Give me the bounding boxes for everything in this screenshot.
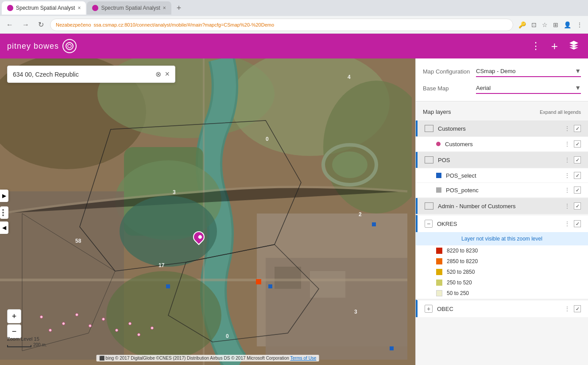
pos-dot-3 [372, 222, 376, 226]
okres-checkbox[interactable] [574, 220, 581, 227]
legend-label-5: 50 to 250 [447, 290, 469, 296]
pos-potenc-checkbox[interactable] [574, 186, 581, 194]
pos-dot-1 [166, 284, 170, 288]
add-button[interactable]: + [549, 38, 560, 55]
map-attribution: ⬛ bing © 2017 DigitalGlobe ©CNES (2017) … [97, 355, 319, 361]
dots-menu-button[interactable]: ⋮ [529, 39, 542, 54]
panel-collapse-button[interactable]: ◀ [0, 221, 8, 234]
panel-dots-button[interactable] [0, 206, 8, 219]
svg-rect-14 [275, 267, 301, 289]
security-label: Nezabezpečeno [56, 22, 91, 27]
customer-dot-10 [151, 326, 154, 330]
pos-group-header[interactable]: POS ⋮ [416, 152, 588, 168]
forward-button[interactable]: → [19, 19, 32, 31]
legend-item-2: 2850 to 8220 [416, 256, 588, 267]
base-map-value: Aerial [476, 85, 575, 91]
pos-select-item: POS_select ⋮ [416, 168, 588, 182]
obec-name: OBEC [437, 306, 564, 312]
nav-key-icon[interactable]: 🔑 [517, 19, 528, 30]
expand-all-legends-button[interactable]: Expand all legends [540, 109, 581, 115]
address-bar[interactable]: Nezabezpečeno ssa.csmap.cz:8010/connect/… [50, 19, 513, 31]
search-clear-button[interactable]: ⊗ [155, 70, 161, 78]
svg-point-1 [68, 44, 71, 48]
admin-group-checkbox[interactable] [574, 202, 581, 210]
nav-cast-icon[interactable]: ⊡ [530, 19, 538, 30]
customers-group-name: Customers [438, 125, 564, 132]
search-input[interactable] [13, 71, 152, 78]
tab-inactive[interactable]: Spectrum Spatial Analyst × [87, 1, 171, 15]
pos-select-checkbox[interactable] [574, 172, 581, 179]
map-area[interactable]: 1 4 0 3 2 58 17 3 0 [0, 58, 415, 365]
customers-menu-icon[interactable]: ⋮ [564, 125, 570, 132]
obec-checkbox[interactable] [574, 305, 581, 312]
legend-swatch-5 [436, 290, 442, 296]
admin-group-header[interactable]: Admin - Number of Customers ⋮ [416, 198, 588, 214]
admin-menu-icon[interactable]: ⋮ [564, 202, 570, 210]
orange-dot [256, 279, 261, 284]
base-map-dropdown-icon: ▼ [575, 84, 581, 91]
logo-circle-icon [62, 39, 77, 53]
nav-more-icon[interactable]: ⋮ [575, 19, 584, 30]
customers-item-menu-icon[interactable]: ⋮ [564, 140, 570, 148]
obec-expand-button[interactable]: + [425, 305, 433, 313]
reload-button[interactable]: ↻ [35, 19, 46, 31]
scale-bar-label: 200 m. [33, 342, 47, 347]
pos-group-folder-icon [425, 156, 433, 163]
map-label-58: 58 [75, 238, 81, 244]
attribution-text: © 2017 DigitalGlobe ©CNES (2017) Distrib… [115, 356, 289, 361]
map-label-3b: 3 [354, 309, 357, 315]
zoom-level-label: Zoom Level 15 200 m. [7, 336, 47, 347]
customers-group-header[interactable]: Customers ⋮ [416, 120, 588, 136]
okres-section: − OKRES ⋮ Layer not visible at this zoom… [416, 215, 588, 299]
customers-layer-name: Customers [445, 141, 564, 148]
aerial-map-background [0, 58, 415, 365]
customer-dot-8 [128, 322, 132, 325]
pos-select-name: POS_select [446, 172, 564, 179]
pos-potenc-name: POS_potenc [446, 187, 564, 194]
layers-button[interactable] [567, 38, 581, 54]
tab-close-2[interactable]: × [163, 5, 166, 11]
customer-dot-7 [115, 329, 118, 332]
tab-active[interactable]: Spectrum Spatial Analyst × [2, 1, 86, 15]
panel-expand-button[interactable]: ▶ [0, 190, 8, 202]
obec-header[interactable]: + OBEC ⋮ [416, 299, 588, 317]
map-pin[interactable] [193, 231, 205, 247]
obec-section: + OBEC ⋮ [416, 299, 588, 317]
pos-menu-icon[interactable]: ⋮ [564, 156, 570, 163]
admin-group-name: Admin - Number of Customers [438, 203, 564, 210]
legend-swatch-4 [436, 280, 442, 286]
customers-item-checkbox[interactable] [574, 140, 581, 148]
pos-potenc-menu-icon[interactable]: ⋮ [564, 186, 570, 194]
obec-menu-icon[interactable]: ⋮ [564, 305, 570, 312]
search-close-button[interactable]: × [165, 70, 170, 79]
map-label-3a: 3 [173, 189, 176, 195]
right-panel: Map Configuration CSmap - Demo ▼ Base Ma… [415, 58, 588, 365]
map-config-select[interactable]: CSmap - Demo ▼ [476, 66, 581, 77]
zoom-in-button[interactable]: + [7, 309, 21, 323]
app-container: pitney bowes ⋮ + [0, 34, 588, 365]
zoom-notice-text: Layer not visible at this zoom level [461, 236, 542, 242]
terms-of-use-link[interactable]: Terms of Use [290, 356, 317, 361]
new-tab-button[interactable]: + [174, 4, 184, 13]
pos-select-menu-icon[interactable]: ⋮ [564, 172, 570, 179]
nav-person-icon[interactable]: 👤 [562, 19, 573, 30]
okres-collapse-button[interactable]: − [425, 220, 433, 228]
legend-swatch-2 [436, 258, 442, 264]
customer-dot-9 [137, 333, 140, 336]
base-map-select[interactable]: Aerial ▼ [476, 82, 581, 94]
tab-favicon-2 [92, 5, 98, 11]
okres-header[interactable]: − OKRES ⋮ [416, 215, 588, 232]
legend-item-5: 50 to 250 [416, 288, 588, 299]
tab-close-1[interactable]: × [77, 5, 81, 11]
map-label-17: 17 [159, 262, 164, 268]
back-button[interactable]: ← [4, 19, 16, 31]
main-content: 1 4 0 3 2 58 17 3 0 [0, 58, 588, 365]
nav-star-icon[interactable]: ☆ [540, 19, 549, 30]
nav-ext-icon[interactable]: ⊞ [551, 19, 560, 30]
okres-menu-icon[interactable]: ⋮ [564, 220, 570, 227]
legend-item-4: 250 to 520 [416, 277, 588, 288]
tab-label-1: Spectrum Spatial Analyst [16, 5, 75, 11]
customers-group-checkbox[interactable] [574, 125, 581, 132]
pos-group-checkbox[interactable] [574, 156, 581, 163]
customer-dot-3 [62, 322, 65, 325]
